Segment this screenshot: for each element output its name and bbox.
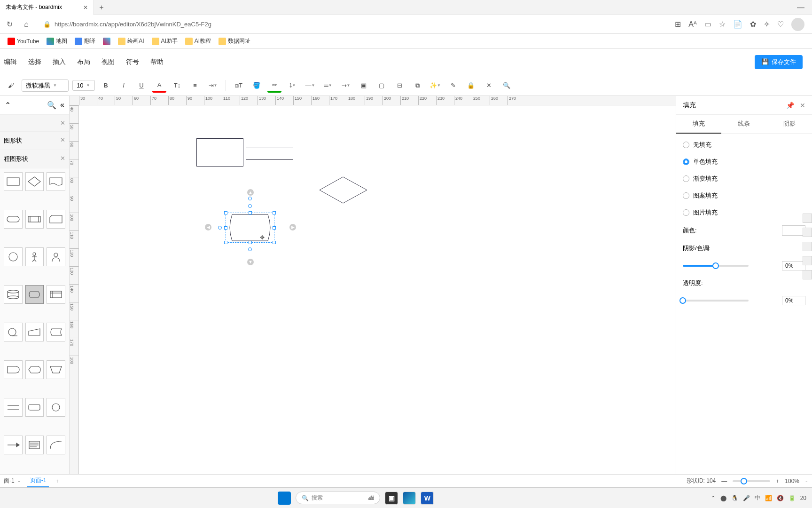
search-icon[interactable]: 🔍 (47, 101, 56, 110)
fill-color-icon[interactable]: 🪣 (250, 79, 264, 93)
category-basic-shapes[interactable]: 图形状✕ (0, 132, 69, 150)
chevron-down-icon[interactable]: ⌄ (805, 479, 808, 483)
close-icon[interactable]: ✕ (83, 4, 88, 11)
pin-icon[interactable]: 📌 (786, 102, 794, 109)
shade-slider[interactable] (683, 265, 749, 267)
dock-tab[interactable] (803, 256, 812, 265)
shape-manual-op[interactable] (47, 360, 65, 379)
align-objects-icon[interactable]: ⊟ (392, 79, 406, 93)
group-icon[interactable]: ⧉ (410, 79, 424, 93)
arrow-right-icon[interactable]: ▶ (289, 224, 296, 230)
menu-edit[interactable]: 编辑 (4, 58, 17, 66)
bookmark-slack[interactable] (103, 38, 110, 45)
italic-icon[interactable]: I (117, 79, 131, 93)
shape-delay[interactable] (4, 360, 23, 379)
connection-point[interactable] (248, 204, 252, 208)
connection-point[interactable] (248, 247, 252, 251)
profile-avatar[interactable] (791, 18, 804, 31)
url-bar[interactable]: 🔒 https://boardmix.cn/app/editor/X6d2bjV… (38, 21, 669, 28)
magic-icon[interactable]: ✨▼ (428, 79, 442, 93)
connector-icon[interactable]: ⤵▼ (285, 79, 299, 93)
taskbar-edge[interactable] (403, 492, 416, 505)
format-painter-icon[interactable]: 🖌 (4, 79, 18, 93)
fill-option-gradient[interactable]: 渐变填充 (683, 175, 805, 183)
fill-option-image[interactable]: 图片填充 (683, 208, 805, 217)
underline-icon[interactable]: U (134, 79, 148, 93)
textbox-icon[interactable]: ⧈T (232, 79, 246, 93)
dock-tab[interactable] (803, 214, 812, 223)
shape-stored-data[interactable] (47, 323, 65, 341)
shape-note[interactable] (25, 436, 44, 454)
shape-rect[interactable] (4, 172, 23, 191)
resize-handle[interactable] (249, 211, 252, 214)
menu-symbol[interactable]: 符号 (126, 58, 139, 66)
page-tab-1[interactable]: 页面-1 (27, 475, 49, 487)
tab-line[interactable]: 线条 (721, 115, 766, 134)
home-icon[interactable]: ⌂ (21, 19, 32, 30)
shade-value[interactable]: 0% (782, 261, 805, 270)
bookmark-folder-4[interactable]: 数据网址 (219, 37, 250, 45)
menu-view[interactable]: 视图 (102, 58, 115, 66)
shape-display[interactable] (25, 360, 44, 379)
resize-handle[interactable] (249, 241, 252, 244)
favorite-icon[interactable]: ☆ (719, 20, 726, 29)
menu-layout[interactable]: 布局 (77, 58, 90, 66)
shape-document[interactable] (47, 172, 65, 191)
extensions-icon[interactable]: ⊞ (675, 20, 681, 29)
bookmark-folder-1[interactable]: 绘画AI (118, 37, 144, 45)
tray-battery-icon[interactable]: 🔋 (789, 495, 796, 501)
add-page-button[interactable]: + (55, 478, 59, 484)
shape-roundrect[interactable] (25, 398, 44, 417)
bookmark-maps[interactable]: 地图 (47, 37, 67, 45)
connection-point[interactable] (218, 226, 222, 230)
canvas-shape-rect[interactable] (196, 138, 243, 167)
taskbar-word[interactable]: W (421, 492, 434, 505)
bold-icon[interactable]: B (99, 79, 113, 93)
close-icon[interactable]: ✕ (60, 136, 65, 145)
canvas-line[interactable] (246, 148, 293, 148)
align-icon[interactable]: ≡ (188, 79, 202, 93)
close-icon[interactable]: ✕ (800, 102, 805, 109)
zoom-in-icon[interactable]: + (776, 478, 779, 484)
taskbar-search[interactable]: 🔍 搜索 🏙 (296, 492, 380, 504)
dock-tab[interactable] (803, 270, 812, 279)
tray-time[interactable]: 20 (800, 495, 806, 501)
menu-insert[interactable]: 插入 (53, 58, 66, 66)
canvas[interactable]: ▲ ▼ ◀ ▶ ✥ (79, 105, 676, 474)
shape-sequential[interactable] (4, 323, 23, 341)
save-button[interactable]: 💾 保存文件 (755, 55, 803, 69)
shape-direct-data[interactable] (25, 285, 44, 304)
canvas-shape-diamond[interactable] (319, 176, 368, 204)
edit-icon[interactable]: ✎ (446, 79, 460, 93)
tray-wifi-icon[interactable]: 📶 (765, 495, 772, 501)
close-icon[interactable]: ✕ (60, 119, 65, 127)
bookmark-youtube[interactable]: YouTube (8, 38, 39, 45)
arrow-down-icon[interactable]: ▼ (247, 259, 254, 265)
shape-user[interactable] (47, 247, 65, 266)
start-button[interactable] (278, 492, 291, 505)
shape-terminator[interactable] (4, 210, 23, 229)
shape-circle[interactable] (4, 247, 23, 266)
page-icon[interactable]: 📄 (733, 20, 742, 29)
menu-help[interactable]: 帮助 (150, 58, 164, 66)
dock-tab[interactable] (803, 228, 812, 237)
layer-front-icon[interactable]: ▣ (357, 79, 371, 93)
text-size-icon[interactable]: Aᴬ (688, 20, 697, 29)
canvas-line[interactable] (246, 159, 293, 160)
tray-icon[interactable]: 🐧 (731, 495, 738, 501)
page-dropdown[interactable]: 面-1⌄ (4, 477, 21, 485)
line-style-icon[interactable]: —▼ (303, 79, 317, 93)
menu-select[interactable]: 选择 (28, 58, 41, 66)
font-color-icon[interactable]: A (152, 79, 166, 93)
chevron-up-icon[interactable]: ⌃ (5, 101, 11, 110)
close-icon[interactable]: ✕ (60, 155, 65, 163)
shape-curve[interactable] (47, 436, 65, 454)
arrow-left-icon[interactable]: ◀ (205, 224, 211, 230)
resize-handle[interactable] (224, 241, 227, 244)
shape-connector[interactable] (47, 398, 65, 417)
shape-process-double[interactable] (25, 210, 44, 229)
tray-ime-icon[interactable]: 中 (755, 494, 760, 502)
shape-person[interactable] (25, 247, 44, 266)
minimize-icon[interactable]: — (797, 3, 804, 12)
refresh-icon[interactable]: ↻ (4, 19, 15, 30)
